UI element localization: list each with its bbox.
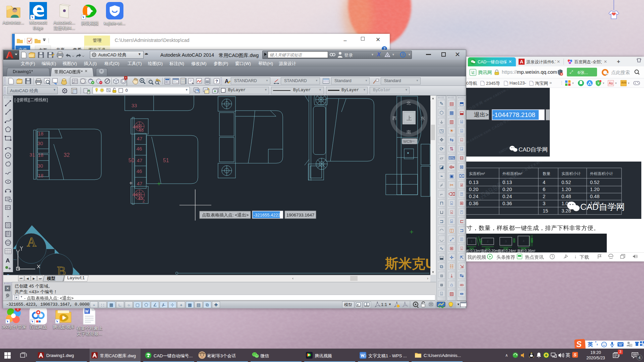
svg-text:0.13: 0.13 <box>502 180 512 185</box>
svg-text:0: 0 <box>125 88 128 93</box>
svg-text:3: 3 <box>543 201 545 206</box>
svg-text:0.24: 0.24 <box>502 194 512 199</box>
svg-text:积:0.13m²: 积:0.13m² <box>466 249 481 252</box>
svg-text:47: 47 <box>137 136 143 141</box>
svg-text:18: 18 <box>38 152 44 158</box>
svg-text:400: 400 <box>513 238 516 243</box>
svg-text:点取表格插入点: <退出>: 点取表格插入点: <退出> <box>202 213 249 218</box>
svg-text:0.36: 0.36 <box>502 201 512 206</box>
svg-text:-321655.4223: -321655.4223 <box>254 213 280 218</box>
svg-text:44: 44 <box>133 124 138 129</box>
svg-text:1906733.1647: 1906733.1647 <box>286 213 314 218</box>
svg-text:外框面积小计: 外框面积小计 <box>590 172 613 176</box>
svg-text:A: A <box>6 257 10 264</box>
svg-text:东: 东 <box>421 116 425 121</box>
svg-text:0.20: 0.20 <box>502 187 512 192</box>
svg-text:[-][俯视][二维线框]: [-][俯视][二维线框] <box>14 98 48 102</box>
svg-text:0.48: 0.48 <box>590 194 599 199</box>
svg-text:4: 4 <box>523 239 524 243</box>
svg-text:B: B <box>57 263 66 275</box>
svg-text:南: 南 <box>407 130 411 134</box>
svg-text:600: 600 <box>530 238 534 243</box>
svg-text:2: 2 <box>543 194 545 199</box>
svg-text:51: 51 <box>163 158 169 163</box>
svg-text:面积:0.36m²: 面积:0.36m² <box>517 249 536 252</box>
svg-text:3: 3 <box>505 240 506 243</box>
svg-text:斯米克U: 斯米克U <box>385 256 430 271</box>
svg-text:30: 30 <box>38 163 43 169</box>
svg-text:46: 46 <box>137 168 142 174</box>
svg-text:0.36: 0.36 <box>469 201 478 206</box>
svg-text:1.20: 1.20 <box>590 187 599 192</box>
svg-text:WCS: WCS <box>403 139 412 143</box>
svg-text:0.52: 0.52 <box>590 180 599 185</box>
svg-text:?: ? <box>215 79 218 84</box>
svg-text:A: A <box>27 234 37 249</box>
svg-text:18: 18 <box>38 173 44 178</box>
svg-text:46: 46 <box>137 146 142 152</box>
svg-text:33: 33 <box>131 103 137 108</box>
svg-text:?: ? <box>402 53 404 57</box>
svg-text:50: 50 <box>128 158 135 163</box>
svg-text:西: 西 <box>392 116 397 121</box>
svg-text:47: 47 <box>137 181 143 186</box>
svg-text:外框面积m²: 外框面积m² <box>502 172 523 176</box>
svg-text:上: 上 <box>407 115 412 121</box>
svg-text:实面积m²: 实面积m² <box>469 172 485 176</box>
svg-text:30: 30 <box>38 140 43 146</box>
svg-text:2: 2 <box>143 199 145 203</box>
svg-text:实面积小计: 实面积小计 <box>561 172 581 176</box>
svg-text:1.20: 1.20 <box>561 187 571 192</box>
svg-text:0.48: 0.48 <box>561 194 571 199</box>
svg-text:6: 6 <box>543 187 545 192</box>
svg-text:0.13: 0.13 <box>469 180 478 185</box>
svg-text:1: 1 <box>471 240 472 243</box>
svg-text:面积:0.24m²: 面积:0.24m² <box>498 249 517 252</box>
svg-text:44: 44 <box>132 192 137 197</box>
svg-text:数量: 数量 <box>543 172 551 176</box>
svg-text:31: 31 <box>30 152 35 158</box>
svg-text:面积:0.20m²: 面积:0.20m² <box>481 249 499 252</box>
svg-text:0.24: 0.24 <box>469 194 478 199</box>
svg-text:¥: ¥ <box>597 81 599 85</box>
svg-text:45: 45 <box>139 128 144 133</box>
svg-text:18: 18 <box>38 131 44 136</box>
svg-text:300: 300 <box>478 238 483 244</box>
svg-text:0.20: 0.20 <box>469 187 478 192</box>
svg-text:47: 47 <box>137 158 143 163</box>
svg-text:32: 32 <box>64 152 70 158</box>
svg-text:15: 15 <box>543 208 548 214</box>
svg-text:4: 4 <box>543 180 545 185</box>
svg-text:2: 2 <box>487 240 488 243</box>
svg-text:北: 北 <box>407 101 411 106</box>
svg-text:0.52: 0.52 <box>561 180 571 185</box>
